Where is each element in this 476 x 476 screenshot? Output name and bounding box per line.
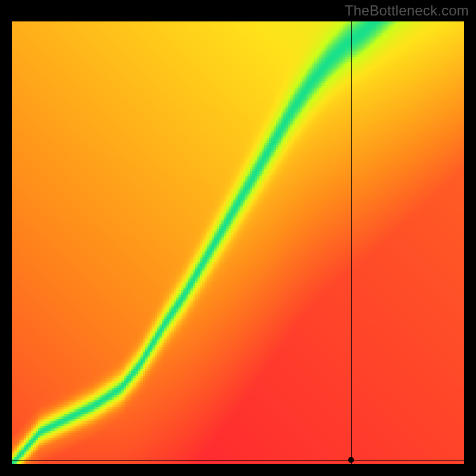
heatmap-canvas <box>12 21 464 464</box>
crosshair-marker <box>348 457 354 463</box>
attribution-text: TheBottleneck.com <box>345 2 469 19</box>
crosshair-horizontal <box>12 460 464 461</box>
crosshair-vertical <box>351 21 352 464</box>
plot-area <box>12 21 464 464</box>
frame: TheBottleneck.com <box>0 0 476 476</box>
